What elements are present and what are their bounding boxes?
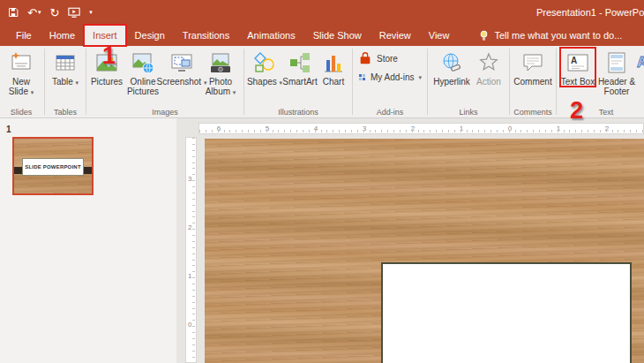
customize-qat-button[interactable]: ▾ xyxy=(85,0,97,25)
pictures-button[interactable]: Pictures xyxy=(90,48,124,87)
vertical-ruler[interactable]: 3 2 1 0 xyxy=(185,137,197,363)
group-separator xyxy=(352,49,353,115)
ribbon-group-comments: Comment Comments xyxy=(512,46,554,117)
smartart-label: SmartArt xyxy=(282,77,317,87)
action-button[interactable]: Action xyxy=(472,48,505,87)
tab-animations[interactable]: Animations xyxy=(238,25,303,46)
ribbon-group-illustrations: Shapes ▾ SmartArt xyxy=(246,46,350,117)
my-add-ins-icon xyxy=(358,71,366,84)
ruler-mark: 0 xyxy=(188,321,191,329)
tell-me-box[interactable]: Tell me what you want to do... xyxy=(479,25,622,46)
ruler-mark: 1 xyxy=(460,125,463,132)
chart-icon xyxy=(322,49,345,76)
screenshot-button[interactable]: Screenshot ▾ xyxy=(162,48,201,87)
undo-button[interactable]: ↶ ▾ xyxy=(23,0,45,25)
wordart-button[interactable]: A xyxy=(638,48,644,76)
powerpoint-window: ↶ ▾ ↻ ▾ Presentation1 - PowerPoint File … xyxy=(0,0,644,363)
photo-album-label: Photo Album xyxy=(206,77,232,96)
group-separator xyxy=(44,49,45,115)
tab-home[interactable]: Home xyxy=(41,25,84,46)
slide-thumbnail-panel: 1 SLIDE POWERPOINT xyxy=(0,118,177,363)
online-pictures-button[interactable]: Online Pictures xyxy=(124,48,162,96)
new-slide-icon xyxy=(10,49,33,76)
ribbon-group-text: A Text Box xyxy=(558,46,644,117)
ribbon: New Slide ▾ Slides Table ▾ xyxy=(0,46,644,118)
group-label-text: Text xyxy=(558,108,644,117)
ruler-mark: 5 xyxy=(266,125,269,132)
hyperlink-button[interactable]: Hyperlink xyxy=(431,48,472,87)
pictures-label: Pictures xyxy=(91,77,123,87)
quick-access-toolbar: ↶ ▾ ↻ ▾ xyxy=(0,0,97,25)
header-footer-button[interactable]: Header & Footer xyxy=(595,48,638,96)
group-label-links: Links xyxy=(430,108,507,117)
shapes-button[interactable]: Shapes ▾ xyxy=(248,48,281,87)
table-label: Table xyxy=(52,77,73,87)
group-label-slides: Slides xyxy=(0,108,42,117)
ribbon-group-images: Pictures Online Pictures xyxy=(88,46,242,117)
ribbon-tab-bar: File Home Insert Design Transitions Anim… xyxy=(0,25,644,46)
slide-text-placeholder[interactable] xyxy=(381,262,632,363)
svg-text:A: A xyxy=(571,56,577,65)
chart-button[interactable]: Chart xyxy=(318,48,348,87)
ruler-mark: 3 xyxy=(363,125,366,132)
tab-file[interactable]: File xyxy=(7,25,41,46)
comment-label: Comment xyxy=(513,77,551,87)
tab-insert[interactable]: Insert xyxy=(84,25,126,46)
thumbnail-title-box: SLIDE POWERPOINT xyxy=(22,158,84,176)
group-separator xyxy=(427,49,428,115)
ruler-mark: 2 xyxy=(411,125,415,132)
tab-insert-label: Insert xyxy=(93,30,117,41)
screenshot-label: Screenshot xyxy=(157,77,202,87)
ruler-mark: 6 xyxy=(217,125,221,132)
shapes-label: Shapes xyxy=(247,77,277,87)
screenshot-icon xyxy=(170,49,193,76)
tab-slide-show[interactable]: Slide Show xyxy=(304,25,371,46)
online-pictures-icon xyxy=(131,49,154,76)
photo-album-icon xyxy=(209,49,232,76)
ribbon-group-slides: New Slide ▾ Slides xyxy=(0,46,42,117)
title-bar: ↶ ▾ ↻ ▾ Presentation1 - PowerPoint xyxy=(0,0,644,25)
chevron-down-icon: ▾ xyxy=(31,89,34,95)
slide-1-thumbnail[interactable]: SLIDE POWERPOINT xyxy=(12,137,94,195)
new-slide-button[interactable]: New Slide ▾ xyxy=(2,48,41,97)
lightbulb-icon xyxy=(479,30,489,42)
photo-album-button[interactable]: Photo Album ▾ xyxy=(201,48,240,97)
svg-text:A: A xyxy=(637,55,644,70)
redo-button[interactable]: ↻ xyxy=(45,0,64,25)
undo-icon: ↶ xyxy=(27,7,37,19)
group-separator xyxy=(556,49,557,115)
tab-design[interactable]: Design xyxy=(126,25,174,46)
new-slide-label: New Slide xyxy=(9,77,30,96)
action-label: Action xyxy=(476,77,501,87)
chevron-down-icon: ▾ xyxy=(233,89,236,95)
group-label-comments: Comments xyxy=(512,108,554,117)
store-button[interactable]: Store xyxy=(358,51,422,65)
smartart-button[interactable]: SmartArt xyxy=(281,48,318,87)
slide-canvas[interactable] xyxy=(205,139,644,363)
horizontal-ruler[interactable]: 6 5 4 3 2 1 0 1 2 xyxy=(198,123,644,134)
comment-button[interactable]: Comment xyxy=(513,48,552,87)
store-bag-icon xyxy=(358,51,372,65)
tab-transitions[interactable]: Transitions xyxy=(174,25,238,46)
ribbon-group-tables: Table ▾ Tables xyxy=(47,46,84,117)
table-button[interactable]: Table ▾ xyxy=(49,48,82,87)
start-slideshow-button[interactable] xyxy=(64,0,85,25)
smartart-icon xyxy=(288,49,311,76)
group-label-illustrations: Illustrations xyxy=(246,108,350,117)
thumbnail-slide-preview: SLIDE POWERPOINT xyxy=(14,139,92,193)
my-add-ins-button[interactable]: My Add-ins ▾ xyxy=(358,71,422,84)
group-label-addins: Add-ins xyxy=(355,108,425,117)
text-box-label: Text Box xyxy=(561,77,595,87)
tell-me-label: Tell me what you want to do... xyxy=(494,30,622,41)
tab-review[interactable]: Review xyxy=(371,25,420,46)
ruler-mark: 3 xyxy=(188,175,191,183)
ruler-mark: 1 xyxy=(557,125,560,132)
tab-view[interactable]: View xyxy=(420,25,459,46)
chevron-down-icon: ▾ xyxy=(38,9,41,16)
my-add-ins-label: My Add-ins xyxy=(371,72,414,82)
save-button[interactable] xyxy=(4,0,23,25)
table-icon xyxy=(54,49,77,76)
wordart-icon: A xyxy=(633,49,644,76)
slide-number: 1 xyxy=(6,125,11,134)
text-box-button[interactable]: A Text Box xyxy=(560,48,595,87)
